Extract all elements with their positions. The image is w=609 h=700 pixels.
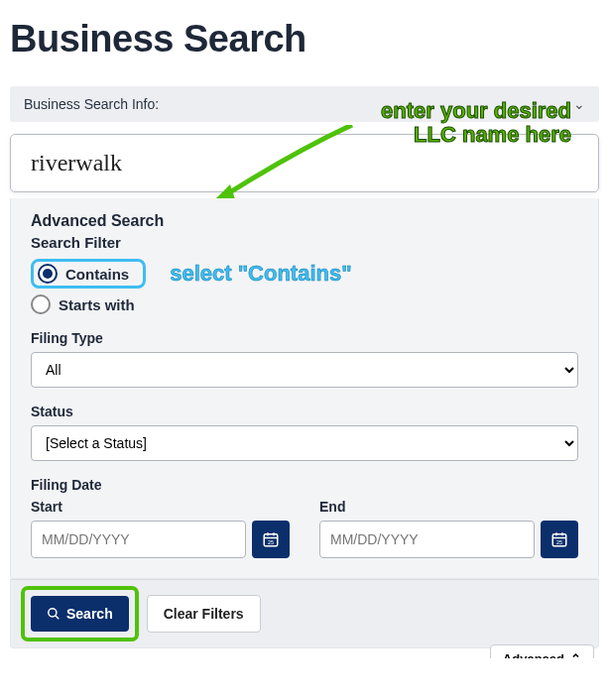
radio-starts-with[interactable] <box>31 294 51 314</box>
action-bar: Search Clear Filters Advanced ⌃ <box>10 579 599 648</box>
search-icon <box>47 607 61 621</box>
radio-contains-label: Contains <box>65 266 129 283</box>
info-bar-label: Business Search Info: <box>24 96 159 112</box>
filing-type-label: Filing Type <box>31 330 578 346</box>
end-label: End <box>319 499 578 515</box>
advanced-toggle[interactable]: Advanced ⌃ <box>490 644 594 658</box>
svg-text:25: 25 <box>268 539 274 545</box>
radio-starts-with-label: Starts with <box>59 296 135 313</box>
annotation-select-contains: select "Contains" <box>170 261 351 287</box>
svg-point-11 <box>49 609 57 617</box>
search-button-label: Search <box>66 606 113 622</box>
calendar-icon: 25 <box>550 530 568 548</box>
start-label: Start <box>31 499 290 515</box>
advanced-panel: Advanced Search Search Filter Contains s… <box>10 198 599 579</box>
end-calendar-button[interactable]: 25 <box>541 521 578 558</box>
status-label: Status <box>31 404 578 419</box>
filing-date-label: Filing Date <box>31 477 578 493</box>
annotation-enter-name: enter your desired LLC name here <box>381 99 571 147</box>
status-select[interactable]: [Select a Status] <box>31 425 578 461</box>
chevron-down-icon: ⌄ <box>573 96 585 112</box>
chevron-up-icon: ⌃ <box>570 651 581 658</box>
end-date-input[interactable] <box>319 521 535 558</box>
search-button[interactable]: Search <box>31 596 129 632</box>
calendar-icon: 25 <box>262 530 280 548</box>
svg-line-12 <box>56 616 60 620</box>
radio-contains[interactable] <box>38 264 58 284</box>
search-filter-label: Search Filter <box>31 234 578 251</box>
svg-text:25: 25 <box>556 539 562 545</box>
advanced-toggle-label: Advanced <box>503 651 564 658</box>
filing-type-select[interactable]: All <box>31 352 578 388</box>
clear-filters-button[interactable]: Clear Filters <box>147 595 261 633</box>
start-calendar-button[interactable]: 25 <box>252 521 290 558</box>
advanced-title: Advanced Search <box>31 212 578 230</box>
search-input[interactable] <box>29 149 580 177</box>
start-date-input[interactable] <box>31 521 246 558</box>
page-title: Business Search <box>10 18 599 60</box>
search-button-highlight: Search <box>21 586 139 642</box>
contains-highlight: Contains <box>31 259 146 289</box>
